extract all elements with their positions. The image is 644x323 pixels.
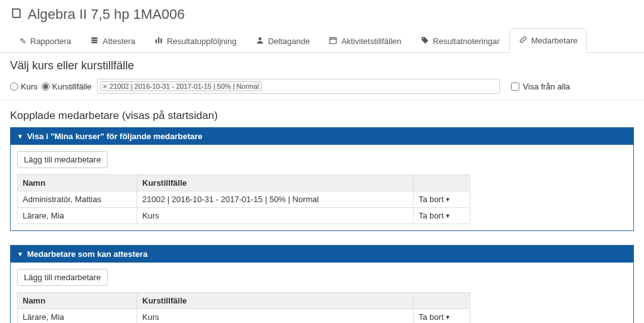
caret-down-icon: ▼: [17, 251, 23, 258]
tab-label: Aktivitetstillfällen: [341, 37, 401, 46]
cell-name: Administratör, Mattias: [18, 191, 137, 208]
tab-medarbetare[interactable]: Medarbetare: [509, 28, 587, 53]
panel-attestera: ▼ Medarbetare som kan attestera Lägg til…: [10, 245, 634, 323]
col-action: [414, 175, 470, 191]
caret-down-icon: ▼: [445, 196, 451, 203]
tab-label: Medarbetare: [531, 36, 578, 45]
remove-label: Ta bort: [419, 195, 444, 204]
remove-button[interactable]: Ta bort ▼: [419, 211, 451, 220]
user-icon: [256, 36, 264, 47]
calendar-icon: [329, 36, 337, 47]
caret-down-icon: ▼: [445, 314, 451, 320]
tab-attestera[interactable]: Attestera: [81, 28, 145, 53]
link-icon: [519, 35, 528, 46]
add-user-button[interactable]: Lägg till medarbetare: [17, 269, 108, 286]
svg-rect-4: [330, 37, 337, 43]
radio-kurs[interactable]: Kurs: [10, 82, 38, 91]
attestera-table: Namn Kurstillfälle Lärare, Mia Kurs Ta b…: [17, 292, 470, 323]
col-name: Namn: [18, 175, 137, 191]
chart-icon: [154, 36, 163, 47]
remove-label: Ta bort: [419, 312, 444, 322]
remove-button[interactable]: Ta bort ▼: [419, 312, 451, 322]
col-action: [414, 293, 470, 309]
tab-deltagande[interactable]: Deltagande: [246, 28, 320, 53]
tab-label: Deltagande: [268, 37, 310, 46]
panel-body: Lägg till medarbetare Namn Kurstillfälle…: [11, 263, 633, 323]
pencil-icon: ✎: [20, 37, 26, 46]
cell-inst: Kurs: [137, 309, 414, 324]
tab-label: Resultatnoteringar: [433, 37, 500, 46]
selected-token: × 21002 | 2016-10-31 - 2017-01-15 | 50% …: [100, 81, 263, 91]
tabs: ✎ Rapportera Attestera Resultatuppföljni…: [0, 28, 644, 53]
page-title: Algebra II 7,5 hp 1MA006: [28, 6, 185, 23]
book-icon: [10, 7, 23, 23]
svg-rect-2: [161, 38, 162, 43]
panel-attestera-header[interactable]: ▼ Medarbetare som kan attestera: [11, 246, 633, 263]
tab-label: Attestera: [103, 37, 135, 46]
page-title-row: Algebra II 7,5 hp 1MA006: [0, 0, 644, 24]
radio-kurs-label: Kurs: [21, 82, 38, 91]
selector-row: Kurs Kurstillfälle × 21002 | 2016-10-31 …: [0, 76, 644, 101]
radio-kurstillfalle-input[interactable]: [42, 82, 50, 91]
caret-down-icon: ▼: [17, 133, 23, 140]
remove-token-icon[interactable]: ×: [102, 82, 108, 90]
svg-point-8: [422, 38, 424, 39]
remove-button[interactable]: Ta bort ▼: [419, 195, 451, 204]
panel-body: Lägg till medarbetare Namn Kurstillfälle…: [11, 145, 633, 230]
caret-down-icon: ▼: [445, 213, 451, 219]
show-all-checkbox[interactable]: [511, 82, 519, 91]
tab-resultatuppfoljning[interactable]: Resultatuppföljning: [145, 28, 246, 53]
add-user-button[interactable]: Lägg till medarbetare: [17, 151, 108, 168]
select-heading: Välj kurs eller kurstillfälle: [0, 53, 644, 76]
col-name: Namn: [18, 293, 137, 309]
radio-kurstillfalle[interactable]: Kurstillfälle: [42, 82, 92, 91]
table-header-row: Namn Kurstillfälle: [18, 175, 470, 191]
panel-title: Medarbetare som kan attestera: [27, 249, 147, 259]
table-row: Administratör, Mattias 21002 | 2016-10-3…: [18, 191, 470, 208]
mina-kurser-table: Namn Kurstillfälle Administratör, Mattia…: [17, 174, 470, 224]
content: ▼ Visa i "Mina kurser" för följande meda…: [0, 127, 644, 323]
token-text: 21002 | 2016-10-31 - 2017-01-15 | 50% | …: [110, 82, 259, 90]
panel-mina-kurser: ▼ Visa i "Mina kurser" för följande meda…: [10, 127, 634, 231]
show-all-check[interactable]: Visa från alla: [511, 82, 570, 91]
panel-mina-kurser-header[interactable]: ▼ Visa i "Mina kurser" för följande meda…: [11, 128, 633, 145]
col-inst: Kurstillfälle: [137, 293, 414, 309]
tab-resultatnoteringar[interactable]: Resultatnoteringar: [411, 28, 509, 53]
kurstillfalle-select[interactable]: × 21002 | 2016-10-31 - 2017-01-15 | 50% …: [97, 79, 500, 94]
checklist-icon: [90, 36, 99, 47]
cell-name: Lärare, Mia: [18, 208, 137, 224]
tab-label: Rapportera: [30, 37, 71, 46]
svg-rect-0: [155, 39, 157, 43]
svg-rect-1: [158, 37, 159, 43]
radio-kurstillfalle-label: Kurstillfälle: [52, 82, 92, 91]
panel-title: Visa i "Mina kurser" för följande medarb…: [27, 132, 203, 141]
cell-name: Lärare, Mia: [18, 309, 137, 324]
cell-inst: 21002 | 2016-10-31 - 2017-01-15 | 50% | …: [137, 191, 414, 208]
col-inst: Kurstillfälle: [137, 175, 414, 191]
radio-group: Kurs Kurstillfälle: [10, 82, 92, 91]
table-row: Lärare, Mia Kurs Ta bort ▼: [18, 309, 470, 324]
cell-inst: Kurs: [137, 208, 414, 224]
section-title: Kopplade medarbetare (visas på startsida…: [0, 101, 644, 127]
remove-label: Ta bort: [419, 211, 444, 220]
tab-rapportera[interactable]: ✎ Rapportera: [10, 28, 81, 53]
page-root: Algebra II 7,5 hp 1MA006 ✎ Rapportera At…: [0, 0, 644, 323]
table-row: Lärare, Mia Kurs Ta bort ▼: [18, 208, 470, 224]
tab-label: Resultatuppföljning: [167, 37, 237, 46]
show-all-label: Visa från alla: [523, 82, 570, 91]
radio-kurs-input[interactable]: [10, 82, 18, 91]
tag-icon: [421, 36, 429, 47]
svg-point-3: [258, 37, 261, 40]
tab-aktivitetstillfallen[interactable]: Aktivitetstillfällen: [319, 28, 410, 53]
table-header-row: Namn Kurstillfälle: [18, 293, 470, 309]
